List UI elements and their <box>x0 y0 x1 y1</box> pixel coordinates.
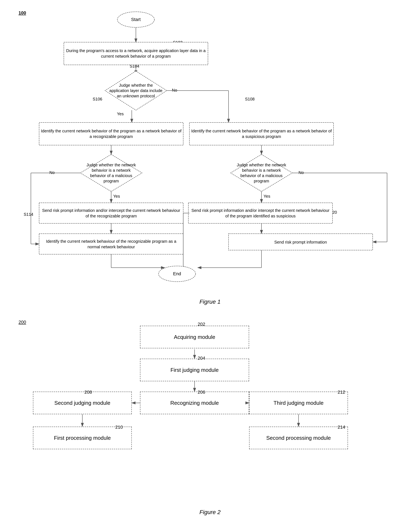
s116-label: S116 <box>233 132 242 136</box>
svg-point-42 <box>158 266 195 282</box>
figure2-container: 200 202 204 206 208 210 212 214 Acquirin… <box>12 317 408 516</box>
svg-rect-32 <box>229 234 373 250</box>
figure1-caption: Figrue 1 <box>12 299 408 305</box>
s118-label: S118 <box>235 169 244 173</box>
svg-text:Yes: Yes <box>113 194 120 198</box>
svg-rect-24 <box>39 234 183 254</box>
svg-rect-3 <box>64 42 208 65</box>
flowchart2: 200 202 204 206 208 210 212 214 Acquirin… <box>12 317 408 503</box>
svg-text:End: End <box>173 271 181 276</box>
s112-label: S112 <box>101 169 111 173</box>
svg-text:Yes: Yes <box>263 194 270 198</box>
fig2-label: 200 <box>19 320 26 325</box>
second-processing-module: Second processing module <box>249 427 348 449</box>
s114-label: S114 <box>24 212 33 217</box>
fig1-label: 100 <box>19 10 26 16</box>
first-judging-module: First judging module <box>140 359 249 381</box>
svg-marker-5 <box>105 71 167 110</box>
svg-text:No: No <box>172 88 177 92</box>
svg-text:No: No <box>49 170 55 175</box>
s101-label: S101 <box>130 14 139 18</box>
s102-label: S102 <box>173 40 183 45</box>
svg-rect-12 <box>189 122 334 145</box>
s110-label: S110 <box>80 132 90 136</box>
s104-label: S104 <box>130 64 139 68</box>
acquiring-module: Acquiring module <box>140 326 249 348</box>
third-judging-module: Third judging module <box>249 392 348 414</box>
first-processing-module: First processing module <box>33 427 132 449</box>
svg-text:Yes: Yes <box>117 112 124 116</box>
recognizing-module: Recognizing module <box>140 392 249 414</box>
figure1-container: 100 S101 S102 S104 S106 S108 S110 S112 S… <box>12 8 408 305</box>
s106-label: S106 <box>93 97 102 102</box>
s120-label: S120 <box>327 210 337 215</box>
svg-text:No: No <box>299 170 304 175</box>
figure2-caption: Figure 2 <box>12 509 408 516</box>
svg-rect-31 <box>188 203 332 223</box>
s108-label: S108 <box>245 97 255 102</box>
svg-rect-11 <box>39 122 183 145</box>
flowchart1-svg: Start During the program's access to a n… <box>12 8 408 292</box>
flowchart1: 100 S101 S102 S104 S106 S108 S110 S112 S… <box>12 8 408 292</box>
s121-label: 121 <box>163 250 169 255</box>
svg-rect-22 <box>39 203 183 223</box>
svg-marker-15 <box>80 154 142 191</box>
second-judging-module: Second judging module <box>33 392 132 414</box>
